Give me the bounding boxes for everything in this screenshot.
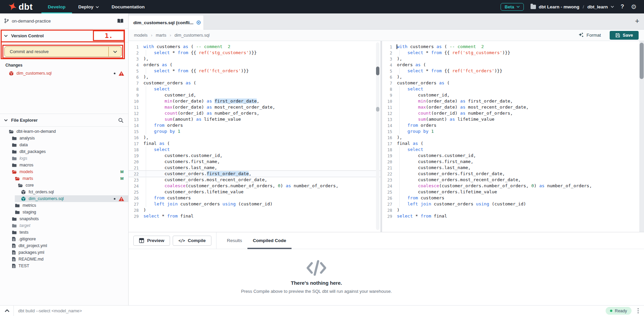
tree-item-dim-customers-sql[interactable]: dim_customers.sql [0, 195, 128, 202]
code-line[interactable]: 10 min(order_date) as first_order_date, [382, 98, 644, 104]
settings-gear-icon[interactable]: ⚙ [631, 4, 637, 10]
code-line[interactable]: 7customer_orders as ( [129, 80, 380, 86]
results-tab-results[interactable]: Results [222, 232, 247, 249]
code-line[interactable]: 29select * from final [129, 213, 380, 219]
code-line[interactable]: 25 customer_orders.lifetime_value [382, 189, 644, 195]
code-line[interactable]: 27 left join customer_orders using (cust… [382, 201, 644, 207]
code-line[interactable]: 20 customers.first_name, [129, 159, 380, 165]
code-line[interactable]: 17final as ( [129, 141, 380, 147]
tree-item-test[interactable]: TEST [0, 263, 128, 269]
code-line[interactable]: 27 left join customer_orders using (cust… [129, 201, 380, 207]
code-line[interactable]: 25 customer_orders.lifetime_value [129, 189, 380, 195]
tree-item-dbt-packages[interactable]: dbt_packages [0, 148, 128, 155]
code-line[interactable]: 18 select [129, 147, 380, 153]
code-line[interactable]: 8 select [382, 86, 644, 92]
tree-item-packages-yml[interactable]: packages.yml [0, 249, 128, 256]
breadcrumb-item[interactable]: dim_customers.sql [174, 33, 209, 38]
tree-item-data[interactable]: data [0, 142, 128, 148]
nav-item-deploy[interactable]: Deploy [72, 0, 105, 13]
code-line[interactable]: 1with customers as ( -- comment 2 [129, 44, 380, 50]
commit-dropdown-toggle[interactable] [108, 47, 121, 56]
code-line[interactable]: 10 min(order_date) as first_order_date, [129, 98, 380, 104]
code-line[interactable]: 2 select * from {{ ref('stg_customers')}… [129, 50, 380, 56]
tree-item-dbt-project-yml[interactable]: dbt_project.yml [0, 242, 128, 249]
collapse-chevron-up-icon[interactable] [0, 309, 13, 312]
code-pane-right[interactable]: 1with customers as ( -- comment 22 selec… [382, 41, 644, 232]
code-line[interactable]: 16), [382, 134, 644, 141]
code-line[interactable]: 29select * from final [382, 213, 644, 219]
help-icon[interactable]: ? [621, 3, 624, 10]
code-line[interactable]: 12 count(order_id) as number_of_orders, [129, 110, 380, 116]
command-input[interactable]: dbt build --select <model_name> [14, 308, 606, 313]
code-line[interactable]: 28) [382, 207, 644, 213]
commit-and-resolve-button[interactable]: Commit and resolve [4, 46, 122, 57]
tree-item-target[interactable]: target [0, 222, 128, 229]
code-line[interactable]: 13 sum(amount) as lifetime_value [129, 116, 380, 122]
code-line[interactable]: 20 customers.first_name, [382, 159, 644, 165]
code-line[interactable]: 1with customers as ( -- comment 2 [382, 44, 644, 50]
code-line[interactable]: 22 customer_orders.first_order_date, [129, 171, 380, 177]
code-line[interactable]: 21 customers.last_name, [129, 165, 380, 171]
code-line[interactable]: 3), [382, 56, 644, 62]
code-line[interactable]: 2 select * from {{ ref('stg_customers')}… [382, 50, 644, 56]
tree-item-fct-orders-sql[interactable]: fct_orders.sql [0, 189, 128, 195]
code-line[interactable]: 14 from orders [382, 122, 644, 128]
nav-item-develop[interactable]: Develop [41, 0, 72, 13]
tree-item-analysis[interactable]: analysis [0, 135, 128, 142]
nav-item-documentation[interactable]: Documentation [105, 0, 151, 13]
code-line[interactable]: 19 customers.customer_id, [129, 153, 380, 159]
tree-item-tests[interactable]: tests [0, 229, 128, 236]
code-line[interactable]: 17final as ( [382, 141, 644, 147]
docs-book-icon[interactable] [117, 18, 124, 24]
code-line[interactable]: 6), [129, 74, 380, 80]
editor-tab-dim-customers[interactable]: dim_customers.sql (confli... [129, 15, 203, 30]
code-line[interactable]: 12 count(order_id) as number_of_orders, [382, 110, 644, 116]
code-line[interactable]: 9 customer_id, [382, 92, 644, 98]
kebab-menu-icon[interactable] [636, 308, 644, 314]
code-line[interactable]: 24 coalesce(customer_orders.number_of_or… [382, 183, 644, 189]
code-line[interactable]: 3), [129, 56, 380, 62]
code-line[interactable]: 28) [129, 207, 380, 213]
code-line[interactable]: 11 max(order_date) as most_recent_order_… [129, 104, 380, 110]
tree-item-snapshots[interactable]: snapshots [0, 215, 128, 222]
save-button[interactable]: Save [610, 31, 639, 40]
tree-item-models[interactable]: modelsM [0, 168, 128, 175]
scrollbar-thumb[interactable] [376, 67, 379, 75]
code-line[interactable]: 7customer_orders as ( [382, 80, 644, 86]
breadcrumb-item[interactable]: marts [156, 33, 166, 38]
new-tab-plus-icon[interactable]: + [635, 17, 639, 25]
tree-item-metrics[interactable]: metrics [0, 202, 128, 209]
code-line[interactable]: 9 customer_id, [129, 92, 380, 98]
code-line[interactable]: 4orders as ( [382, 62, 644, 68]
breadcrumb-item[interactable]: models [134, 33, 147, 38]
git-branch-row[interactable]: on-demand-practice [0, 13, 128, 29]
code-pane-left[interactable]: 1with customers as ( -- comment 22 selec… [129, 41, 380, 232]
format-button[interactable]: Format [578, 32, 601, 38]
tree-item-core[interactable]: core [0, 182, 128, 189]
code-line[interactable]: 13 sum(amount) as lifetime_value [382, 116, 644, 122]
code-line[interactable]: 21 customers.last_name, [382, 165, 644, 171]
code-line[interactable]: 5 select * from {{ ref('fct_orders')}} [129, 68, 380, 74]
code-line[interactable]: 23 customer_orders.most_recent_order_dat… [382, 177, 644, 183]
code-line[interactable]: 15 group by 1 [382, 128, 644, 134]
code-line[interactable]: 24 coalesce(customer_orders.number_of_or… [129, 183, 380, 189]
preview-button[interactable]: Preview [133, 236, 170, 246]
tree-item-dbt-learn-on-demand[interactable]: dbt-learn-on-demand [0, 128, 128, 135]
code-line[interactable]: 5 select * from {{ ref('fct_orders')}} [382, 68, 644, 74]
tree-item-logs[interactable]: logs [0, 155, 128, 162]
code-line[interactable]: 26 from customers [382, 195, 644, 201]
code-line[interactable]: 11 max(order_date) as most_recent_order_… [382, 104, 644, 110]
code-line[interactable]: 14 from orders [129, 122, 380, 128]
tree-item--gitignore[interactable]: .gitignore [0, 236, 128, 242]
project-selector[interactable]: dbt Learn - mwong / dbt_learn [531, 4, 614, 9]
beta-toggle[interactable]: Beta [501, 3, 524, 11]
results-tab-compiled-code[interactable]: Compiled Code [247, 232, 292, 249]
dbt-logo[interactable]: ✦ dbt [0, 0, 41, 13]
scrollbar-thumb[interactable] [640, 43, 644, 79]
tree-item-macros[interactable]: macros [0, 162, 128, 168]
code-line[interactable]: 8 select [129, 86, 380, 92]
code-line[interactable]: 22 customer_orders.first_order_date, [382, 171, 644, 177]
code-line[interactable]: 16), [129, 134, 380, 141]
file-explorer-header[interactable]: File Explorer [0, 114, 128, 127]
code-line[interactable]: 6), [382, 74, 644, 80]
